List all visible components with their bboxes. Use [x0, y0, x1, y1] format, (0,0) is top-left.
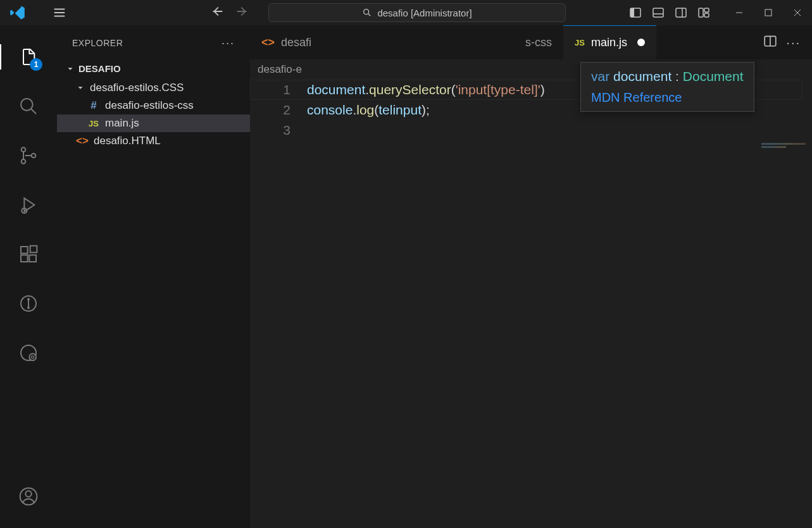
activity-bar: 1: [0, 25, 57, 528]
explorer-activity-button[interactable]: 1: [16, 44, 41, 70]
hover-tooltip: var document : Document MDN Reference: [580, 62, 754, 112]
dirty-indicator-icon: [637, 39, 645, 46]
sidebar-more-button[interactable]: ···: [222, 37, 235, 50]
command-search-input[interactable]: desafio [Administrator]: [268, 3, 566, 22]
editor-more-button[interactable]: ···: [786, 35, 801, 50]
editor-tab[interactable]: JSmain.js: [563, 25, 656, 59]
editor-tab[interactable]: <>desafi: [250, 25, 314, 59]
js-icon: JS: [575, 38, 585, 47]
window-minimize-button[interactable]: [725, 0, 754, 25]
customize-layout-button[interactable]: [696, 4, 712, 21]
svg-rect-19: [29, 255, 36, 262]
tab-label: main.js: [591, 36, 627, 49]
file-tree-item[interactable]: <>desafio.HTML: [57, 132, 250, 150]
file-tree: desafio-estilos.CSS#desafio-estilos-cssJ…: [57, 77, 250, 150]
css-icon: #: [87, 99, 100, 112]
mdn-reference-link[interactable]: MDN Reference: [591, 90, 744, 105]
file-name: desafio.HTML: [94, 135, 161, 147]
svg-rect-11: [765, 9, 771, 16]
debug-activity-button[interactable]: [16, 192, 41, 218]
svg-rect-18: [21, 255, 28, 262]
tab-label: desafi: [281, 36, 311, 49]
split-editor-button[interactable]: [763, 34, 777, 51]
svg-rect-10: [704, 13, 709, 17]
hover-signature: var document : Document: [591, 69, 744, 84]
window-maximize-button[interactable]: [754, 0, 783, 25]
editor-tab[interactable]: s-css: [523, 25, 563, 59]
extensions-activity-button[interactable]: [16, 242, 41, 267]
menu-button[interactable]: [48, 1, 71, 24]
explorer-badge: 1: [30, 58, 42, 71]
vscode-logo-icon: [6, 1, 29, 24]
toggle-secondary-sidebar-button[interactable]: [673, 4, 689, 21]
svg-rect-20: [30, 246, 37, 253]
svg-rect-9: [704, 8, 709, 12]
tab-label: s-css: [525, 36, 552, 49]
workspace-name: DESAFIO: [78, 63, 121, 74]
svg-point-15: [32, 154, 36, 158]
svg-point-0: [364, 9, 369, 15]
svg-rect-6: [676, 8, 686, 17]
file-name: main.js: [105, 117, 139, 130]
code-editor[interactable]: 1document.querySelector('input[type-tel]…: [250, 80, 812, 528]
line-number: 3: [250, 123, 307, 138]
svg-rect-8: [699, 8, 703, 17]
live-share-activity-button[interactable]: [16, 340, 41, 365]
line-number: 2: [250, 102, 307, 118]
file-tree-item[interactable]: #desafio-estilos-css: [57, 97, 250, 114]
js-icon: JS: [87, 119, 100, 128]
file-tree-item[interactable]: desafio-estilos.CSS: [57, 79, 250, 97]
svg-point-13: [22, 147, 26, 152]
svg-point-25: [29, 353, 36, 360]
svg-rect-17: [21, 247, 28, 254]
toggle-panel-button[interactable]: [650, 4, 666, 21]
explorer-sidebar: EXPLORER ··· DESAFIO desafio-estilos.CSS…: [57, 25, 250, 528]
code-content: console.log(telinput);: [307, 102, 430, 118]
editor-area: <>desafis-cssJSmain.js ··· desafio-e 1do…: [250, 25, 812, 528]
minimap[interactable]: [761, 143, 806, 156]
workspace-folder-header[interactable]: DESAFIO: [57, 61, 250, 77]
layout-buttons: [627, 4, 712, 21]
svg-point-12: [21, 99, 33, 111]
title-bar: desafio [Administrator]: [0, 0, 812, 25]
toggle-primary-sidebar-button[interactable]: [627, 4, 644, 21]
search-activity-button[interactable]: [16, 94, 41, 119]
file-name: desafio-estilos.CSS: [90, 82, 184, 94]
source-control-activity-button[interactable]: [16, 143, 41, 168]
file-tree-item[interactable]: JSmain.js: [57, 114, 250, 132]
editor-tabs: <>desafis-cssJSmain.js ···: [250, 25, 812, 59]
nav-back-button[interactable]: [210, 4, 224, 21]
nav-forward-button[interactable]: [235, 4, 249, 21]
html-icon: <>: [76, 135, 89, 147]
code-line[interactable]: 3: [250, 120, 812, 140]
git-graph-activity-button[interactable]: [16, 291, 41, 316]
search-text: desafio [Administrator]: [377, 8, 472, 18]
window-close-button[interactable]: [783, 0, 812, 25]
accounts-activity-button[interactable]: [16, 484, 41, 509]
html-icon: <>: [261, 36, 275, 49]
sidebar-title: EXPLORER: [72, 38, 123, 48]
file-name: desafio-estilos-css: [105, 99, 194, 112]
svg-point-14: [22, 159, 26, 164]
svg-point-28: [25, 491, 31, 496]
svg-rect-2: [630, 8, 634, 17]
